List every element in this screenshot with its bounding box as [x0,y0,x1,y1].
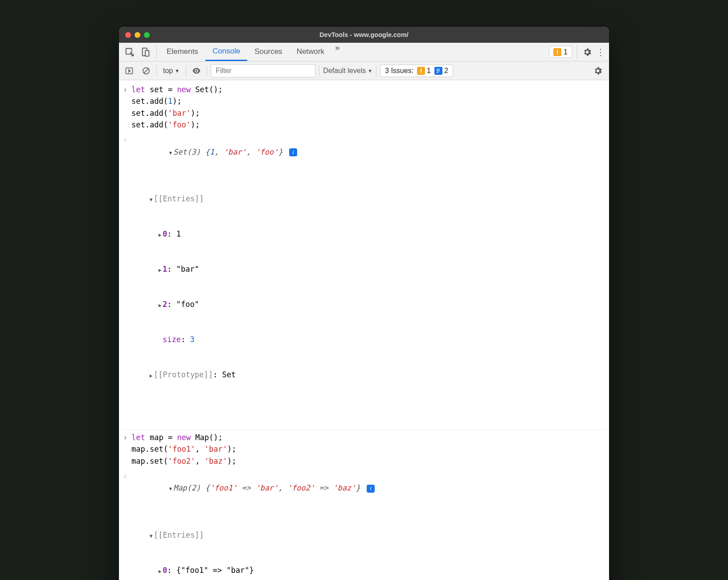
filter-input[interactable] [211,64,315,78]
svg-rect-2 [145,50,149,56]
disclosure-triangle-icon[interactable] [168,146,173,158]
issues-warning-count: 1 [427,67,431,75]
result-icon: ‹ [119,470,131,580]
separator [376,65,376,76]
more-tabs-icon[interactable]: » [331,43,344,61]
close-window[interactable] [125,32,131,38]
disclosure-triangle-icon[interactable] [148,369,154,380]
levels-label: Default levels [323,67,366,75]
code-line: let map = new Map(); map.set('foo1', 'ba… [131,432,605,467]
disclosure-triangle-icon[interactable] [148,529,154,541]
clear-console-icon[interactable] [139,64,153,78]
info-badge-icon[interactable]: i [289,148,297,156]
entries-label: [[Entries]] [154,194,204,203]
tab-console[interactable]: Console [205,43,247,61]
chevron-down-icon: ▼ [175,68,180,74]
object-tree[interactable]: Set(3) {1, 'bar', 'foo'} i [[Entries]] 0… [131,134,605,428]
console-toolbar: top ▼ Default levels ▼ 3 Issues: ! 1 2 [119,61,609,80]
device-toolbar-icon[interactable] [138,43,154,61]
main-tabbar: Elements Console Sources Network » ! 1 ⋮ [119,43,609,61]
titlebar: DevTools - www.google.com/ [119,27,609,43]
prompt-icon: › [119,432,131,467]
disclosure-triangle-icon[interactable] [157,564,163,576]
separator [207,65,207,76]
separator [577,45,577,58]
separator [186,65,186,76]
entries-label: [[Entries]] [154,531,204,539]
toggle-sidebar-icon[interactable] [123,64,136,78]
devtools-window: DevTools - www.google.com/ Elements Cons… [119,27,609,580]
console-body: › let set = new Set(); set.add(1); set.a… [119,80,609,580]
disclosure-triangle-icon[interactable] [148,193,154,204]
minimize-window[interactable] [135,32,140,38]
tab-elements[interactable]: Elements [160,43,205,61]
separator [319,65,319,76]
svg-line-5 [144,69,148,73]
prompt-icon: › [119,84,131,131]
warnings-badge[interactable]: ! 1 [549,46,572,58]
tab-network[interactable]: Network [290,43,331,61]
warning-icon: ! [417,67,425,75]
issues-badge[interactable]: 3 Issues: ! 1 2 [380,65,453,77]
window-title: DevTools - www.google.com/ [319,31,409,38]
settings-icon[interactable] [580,43,595,61]
disclosure-triangle-icon[interactable] [157,263,163,275]
info-icon [434,67,442,75]
more-menu-icon[interactable]: ⋮ [595,43,606,61]
maximize-window[interactable] [144,32,150,38]
context-selector[interactable]: top ▼ [160,67,182,75]
chevron-down-icon: ▼ [368,68,372,74]
disclosure-triangle-icon[interactable] [168,482,173,494]
console-output: ‹ Map(2) {'foo1' => 'bar', 'foo2' => 'ba… [119,469,609,580]
disclosure-triangle-icon[interactable] [157,298,163,310]
object-tree[interactable]: Map(2) {'foo1' => 'bar', 'foo2' => 'baz'… [131,470,605,580]
inspect-element-icon[interactable] [122,43,138,61]
log-levels-selector[interactable]: Default levels ▼ [323,67,372,75]
result-icon: ‹ [119,134,131,428]
warning-icon: ! [553,48,561,56]
console-input[interactable]: › let set = new Set(); set.add(1); set.a… [119,82,609,132]
separator [156,65,157,76]
warning-count: 1 [564,48,568,56]
issues-info-count: 2 [444,67,448,75]
live-expression-icon[interactable] [190,64,203,78]
info-badge-icon[interactable]: i [367,485,375,493]
console-output: ‹ Set(3) {1, 'bar', 'foo'} i [[Entries]]… [119,132,609,430]
tab-sources[interactable]: Sources [247,43,289,61]
traffic-lights [125,32,150,38]
console-input[interactable]: › let map = new Map(); map.set('foo1', '… [119,430,609,469]
disclosure-triangle-icon[interactable] [157,228,163,240]
context-label: top [163,67,173,75]
console-settings-icon[interactable] [590,66,605,76]
issues-label: 3 Issues: [385,67,413,75]
code-line: let set = new Set(); set.add(1); set.add… [131,84,605,131]
separator [156,45,157,58]
